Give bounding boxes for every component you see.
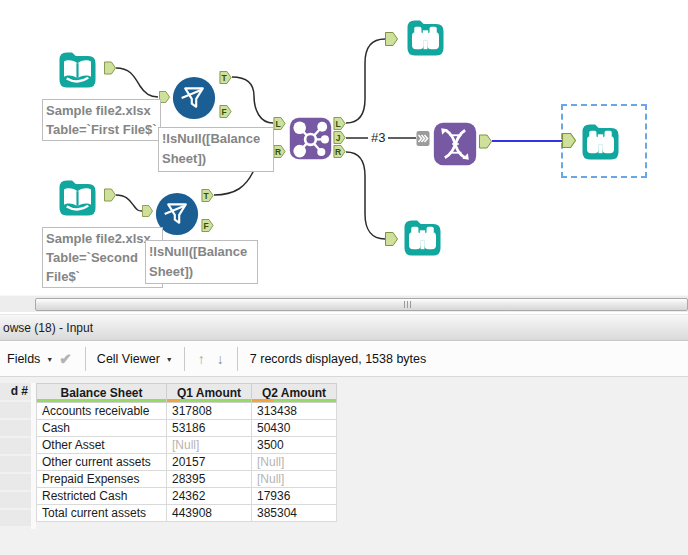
table-cell[interactable]: 20157: [167, 454, 252, 471]
column-color-bar: [167, 399, 251, 402]
table-cell[interactable]: Cash: [37, 420, 167, 437]
browse-tool-selected[interactable]: [578, 119, 623, 164]
join-left-output-anchor[interactable]: L: [333, 117, 346, 130]
connection-input1-filter1[interactable]: [116, 68, 158, 97]
alteryx-window: T F T F L R L J R: [0, 0, 688, 555]
false-output-anchor[interactable]: F: [219, 105, 232, 118]
input-anchor[interactable]: [385, 231, 398, 247]
next-record-button[interactable]: ↓: [211, 351, 230, 367]
input-data-tool-2[interactable]: [55, 175, 100, 220]
record-number-column: d #: [0, 383, 31, 528]
column-color-bar: [252, 399, 336, 402]
record-cell[interactable]: [0, 456, 31, 472]
anchor-letter: T: [201, 189, 211, 202]
book-icon: [55, 47, 100, 92]
dynamic-rename-tool[interactable]: [432, 121, 478, 167]
apply-check-icon[interactable]: ✔: [59, 350, 72, 368]
annotation-line: File$`: [46, 267, 159, 286]
output-anchor[interactable]: [104, 188, 116, 202]
table-cell[interactable]: Total current assets: [37, 505, 167, 522]
annotation-input1[interactable]: Sample file2.xlsx Table=`First File$`: [42, 99, 161, 141]
table-cell[interactable]: [Null]: [252, 471, 337, 488]
join-right-output-anchor[interactable]: R: [333, 145, 346, 158]
record-cell[interactable]: [0, 402, 31, 418]
annotation-line: Sample file2.xlsx: [46, 229, 159, 248]
cell-viewer-dropdown[interactable]: Cell Viewer ▼: [93, 348, 177, 370]
table-cell[interactable]: 317808: [167, 403, 252, 420]
workflow-canvas[interactable]: T F T F L R L J R: [0, 0, 688, 295]
input-anchor[interactable]: [562, 132, 576, 149]
connection-join-R-browse-bottom[interactable]: [346, 152, 385, 239]
anchor-letter: R: [273, 145, 283, 158]
join-tool[interactable]: [288, 116, 333, 161]
true-output-anchor[interactable]: T: [219, 71, 232, 84]
table-cell[interactable]: 53186: [167, 420, 252, 437]
connection-filter1-join-L[interactable]: [232, 77, 273, 123]
table-cell[interactable]: Other Asset: [37, 437, 167, 454]
join-right-input-anchor[interactable]: R: [273, 145, 286, 158]
anchor-letter: T: [219, 71, 229, 84]
annotation-line: Table=`Second: [46, 248, 159, 267]
column-header-q1-amount[interactable]: Q1 Amount: [167, 384, 252, 403]
data-grid: Balance Sheet Q1 Amount Q2 Amount Accoun…: [36, 383, 337, 522]
table-row: Prepaid Expenses 28395 [Null]: [37, 471, 337, 488]
record-cell[interactable]: [0, 510, 31, 526]
table-row: Other Asset [Null] 3500: [37, 437, 337, 454]
input-data-tool-1[interactable]: [55, 47, 100, 92]
binoculars-icon: [578, 119, 623, 164]
false-output-anchor[interactable]: F: [201, 219, 214, 232]
table-cell[interactable]: Restricted Cash: [37, 488, 167, 505]
browse-tool-bottom[interactable]: [400, 215, 445, 260]
output-anchor[interactable]: [104, 61, 116, 75]
previous-record-button[interactable]: ↑: [192, 351, 211, 367]
annotation-filter2[interactable]: !IsNull([Balance Sheet]): [145, 240, 258, 284]
scrollbar-thumb[interactable]: [35, 298, 688, 311]
record-cell[interactable]: [0, 420, 31, 436]
table-cell[interactable]: [Null]: [167, 437, 252, 454]
table-cell[interactable]: 28395: [167, 471, 252, 488]
table-cell[interactable]: [Null]: [252, 454, 337, 471]
record-cell[interactable]: [0, 438, 31, 454]
table-cell[interactable]: Other current assets: [37, 454, 167, 471]
column-header-label: Q1 Amount: [177, 386, 241, 400]
anchor-letter: L: [273, 117, 283, 130]
table-cell[interactable]: 313438: [252, 403, 337, 420]
table-cell[interactable]: Accounts receivable: [37, 403, 167, 420]
table-cell[interactable]: 50430: [252, 420, 337, 437]
dna-helix-icon: [432, 121, 478, 167]
record-cell[interactable]: [0, 492, 31, 508]
filter-tool-1[interactable]: [172, 76, 216, 120]
connection-input2-filter2[interactable]: [116, 195, 142, 211]
true-output-anchor[interactable]: T: [201, 189, 214, 202]
annotation-filter1[interactable]: !IsNull([Balance Sheet]): [158, 127, 274, 172]
browse-tool-top[interactable]: [403, 15, 448, 60]
input-anchor[interactable]: [385, 31, 398, 47]
annotation-line: Sheet]): [162, 149, 270, 169]
column-header-q2-amount[interactable]: Q2 Amount: [252, 384, 337, 403]
binoculars-icon: [403, 15, 448, 60]
column-header-balance-sheet[interactable]: Balance Sheet: [37, 384, 167, 403]
join-left-input-anchor[interactable]: L: [273, 117, 286, 130]
arrow-down-icon: ↓: [217, 351, 224, 367]
results-panel-header: owse (18) - Input: [0, 314, 688, 341]
input-anchor[interactable]: [142, 204, 153, 218]
table-row: Cash 53186 50430: [37, 420, 337, 437]
connection-label: #3: [368, 130, 388, 145]
table-cell[interactable]: Prepaid Expenses: [37, 471, 167, 488]
record-column-header[interactable]: d #: [0, 383, 31, 400]
column-header-label: Q2 Amount: [262, 386, 326, 400]
anchor-letter: L: [333, 117, 343, 130]
record-cell[interactable]: [0, 474, 31, 490]
table-cell[interactable]: 3500: [252, 437, 337, 454]
fields-dropdown[interactable]: Fields ▼: [3, 348, 57, 370]
table-cell[interactable]: 17936: [252, 488, 337, 505]
table-cell[interactable]: 385304: [252, 505, 337, 522]
output-anchor[interactable]: [479, 134, 492, 149]
table-cell[interactable]: 443908: [167, 505, 252, 522]
connection-join-L-browse-top[interactable]: [346, 39, 385, 123]
table-cell[interactable]: 24362: [167, 488, 252, 505]
canvas-horizontal-scrollbar[interactable]: [0, 295, 688, 312]
join-joined-output-anchor[interactable]: J: [333, 131, 346, 144]
results-toolbar: Fields ▼ ✔ Cell Viewer ▼ ↑ ↓ 7 records d…: [0, 342, 688, 377]
chevron-down-icon: ▼: [166, 356, 173, 363]
